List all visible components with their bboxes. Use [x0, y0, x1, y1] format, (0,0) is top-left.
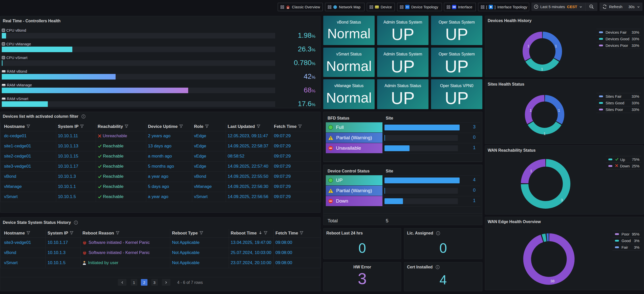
svg-text:1: 1	[555, 44, 557, 48]
svg-text:1: 1	[558, 108, 560, 112]
svg-text:3: 3	[561, 198, 563, 202]
svg-text:1: 1	[527, 44, 529, 48]
svg-text:1: 1	[541, 67, 543, 71]
svg-text:1: 1	[530, 169, 532, 173]
svg-text:1: 1	[544, 131, 546, 136]
svg-text:38: 38	[550, 279, 555, 283]
svg-text:1: 1	[530, 108, 532, 112]
